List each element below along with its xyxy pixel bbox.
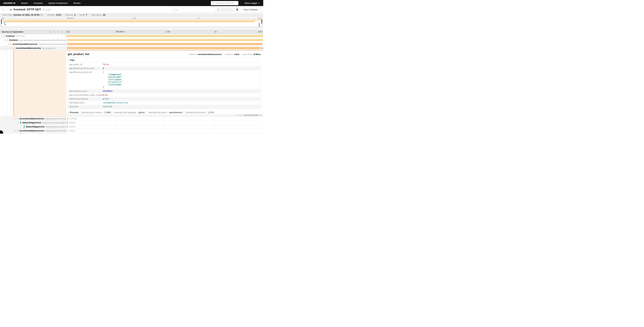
- span-timeline-cell[interactable]: [66, 42, 263, 46]
- span-row-http-get[interactable]: ∨frontendHTTP GET: [0, 34, 263, 38]
- span-duration-bar[interactable]: [67, 118, 68, 120]
- span-row-featureflagservice-repo-query-[interactable]: featureflagservicefeatureflagservice.rep…: [0, 125, 263, 129]
- span-duration-bar[interactable]: [67, 122, 68, 124]
- span-service-name: featureflagservice: [26, 126, 44, 128]
- about-jaeger-menu[interactable]: About Jaeger ∨: [244, 2, 260, 4]
- summary-stat: Depth7: [78, 14, 89, 16]
- span-row-grpc-hipstershop-recommendatio[interactable]: ∨frontendgrpc.hipstershop.Recommendation…: [0, 38, 263, 42]
- minimap-canvas[interactable]: [1, 19, 262, 27]
- next-match-icon[interactable]: ∨: [224, 8, 228, 11]
- span-operation-name: grpc.hipstershop.RecommendationService/L…: [19, 39, 66, 41]
- span-timeline-cell[interactable]: 3.47ms: [66, 125, 263, 128]
- span-timeline-cell[interactable]: 1.04ms: [66, 129, 263, 132]
- collapse-all-icon[interactable]: »: [57, 31, 59, 32]
- span-expand-chevron[interactable]: ∨: [14, 130, 17, 132]
- process-tag: telemetry.sdk.version=1.13.0: [184, 111, 216, 114]
- nav-item-monitor[interactable]: Monitor: [73, 2, 80, 4]
- minimap-left-handle[interactable]: [1, 19, 2, 24]
- span-row--hipstershop-featureflagservic[interactable]: ∨featureflagservice/hipstershop.FeatureF…: [0, 121, 263, 125]
- span-duration-bar[interactable]: [67, 126, 68, 128]
- tag-value: 8: [102, 66, 260, 70]
- time-tick: 1.33s: [132, 17, 136, 19]
- trace-minimap: 0μs666.89ms1.33s2s2.67s: [0, 17, 263, 30]
- trace-id-short: 2f715fb: [42, 8, 51, 11]
- span-expand-chevron[interactable]: ∨: [0, 35, 3, 37]
- span-duration-bar[interactable]: [67, 43, 262, 45]
- minimap-span-bar: [5, 24, 6, 25]
- summary-stat: Services4: [63, 14, 78, 16]
- copy-link-icon[interactable]: [260, 114, 262, 116]
- trace-collapse-chevron[interactable]: ∨: [10, 8, 12, 11]
- tag-row: span.kindinternal: [68, 105, 260, 108]
- span-expand-chevron[interactable]: ∨: [4, 39, 7, 41]
- span-row--hipstershop-productcatalogser[interactable]: ∨recommendationservice/hipstershop.Produ…: [0, 129, 263, 133]
- span-expand-chevron[interactable]: ∨: [17, 122, 20, 124]
- span-duration-label: 2.62s: [261, 47, 263, 49]
- span-timeline-cell[interactable]: [66, 38, 263, 42]
- span-rows-top: ∨frontendHTTP GET∨frontendgrpc.hipstersh…: [0, 34, 263, 50]
- prev-match-icon[interactable]: ∧: [220, 8, 224, 11]
- minimap-span-bar: [3, 21, 255, 22]
- detail-meta-item: Start Time:8.58ms: [241, 53, 261, 56]
- find-input[interactable]: [172, 8, 216, 12]
- minimap-span-bar: [2, 20, 262, 21]
- span-service-name: recommendationservice: [16, 47, 41, 49]
- span-row-partial[interactable]: [0, 133, 263, 134]
- span-duration-bar[interactable]: [67, 130, 67, 132]
- span-timeline-cell[interactable]: 14.49ms: [66, 117, 263, 120]
- tags-section-toggle[interactable]: ∨ Tags: [68, 59, 263, 61]
- span-expand-chevron[interactable]: ∨: [14, 118, 17, 120]
- service-operation-header: Service & Operation: [2, 30, 23, 33]
- span-operation-name: /hipstershop.RecommendationService/Lis..…: [39, 43, 66, 45]
- tag-row: app.filtered_products.list["1YMWWN1N4O",…: [68, 70, 260, 89]
- span-duration-label: 3.47ms: [69, 126, 75, 128]
- span-service-name: recommendationservice: [19, 117, 44, 120]
- expand-one-icon[interactable]: >: [54, 31, 55, 33]
- tag-row: internal.span.formatproto: [68, 97, 260, 101]
- chevron-down-icon: ∨: [258, 9, 260, 10]
- span-row--hipstershop-recommendationser[interactable]: ∨recommendationservice/hipstershop.Recom…: [0, 42, 263, 46]
- span-row-get-product-list[interactable]: ∨recommendationserviceget_product_list2.…: [0, 46, 263, 50]
- focus-match-icon[interactable]: ◎: [216, 8, 220, 11]
- time-tick: 0μs: [67, 30, 70, 33]
- back-button[interactable]: ←: [0, 6, 8, 13]
- minimap-span-bar: [259, 24, 260, 24]
- tag-row: app.products.count44530923: [68, 89, 260, 93]
- collapse-one-icon[interactable]: ∨: [50, 31, 51, 33]
- minimap-span-bar: [258, 23, 260, 24]
- span-duration-bar[interactable]: [67, 47, 260, 49]
- nav-item-system-architecture[interactable]: System Architecture: [48, 2, 68, 4]
- span-expand-chevron[interactable]: ∨: [7, 43, 10, 45]
- time-tick: 2.67s: [258, 30, 263, 33]
- clear-find-icon[interactable]: ✕: [228, 8, 232, 11]
- span-timeline-cell[interactable]: 2.62s: [66, 46, 263, 50]
- top-nav: JAEGER UI SearchCompareSystem Architectu…: [0, 0, 263, 6]
- tag-row: otel.library.namerecommendationservice: [68, 101, 260, 105]
- trace-id-search-input[interactable]: [215, 2, 237, 4]
- keyboard-shortcuts-button[interactable]: ⌘: [235, 7, 240, 12]
- span-timeline-cell[interactable]: [66, 34, 263, 38]
- nav-item-search[interactable]: Search: [21, 2, 28, 4]
- service-color-bar: [17, 129, 18, 132]
- service-color-bar: [4, 34, 4, 38]
- minimap-right-handle[interactable]: [262, 19, 262, 24]
- span-timeline-cell[interactable]: 3.68ms: [66, 121, 263, 124]
- chevron-right-icon[interactable]: >: [68, 112, 69, 113]
- process-section-toggle[interactable]: Process:: [70, 111, 79, 114]
- span-duration-label: 3.68ms: [69, 122, 75, 124]
- span-duration-bar[interactable]: [66, 35, 263, 37]
- column-resize-grip[interactable]: [64, 31, 65, 34]
- trace-view-selector[interactable]: Trace Timeline ∨: [241, 7, 262, 12]
- minimap-span-bar: [259, 26, 260, 27]
- span-duration-bar[interactable]: [67, 39, 263, 41]
- jaeger-logo[interactable]: JAEGER UI: [3, 2, 15, 4]
- expand-all-icon[interactable]: »: [61, 31, 62, 33]
- span-expand-chevron[interactable]: ∨: [10, 47, 14, 49]
- service-color-bar: [24, 125, 24, 128]
- span-row--hipstershop-featureflagservic[interactable]: ∨recommendationservice/hipstershop.Featu…: [0, 117, 263, 121]
- service-color-bar: [20, 133, 21, 134]
- nav-item-compare[interactable]: Compare: [34, 2, 42, 4]
- trace-id-search[interactable]: [211, 1, 238, 5]
- tag-value: ["1YMWWN1N4O","66VCHSJNUP","2ZYFJ3GM2N",…: [102, 70, 260, 89]
- tag-value: false: [102, 62, 260, 66]
